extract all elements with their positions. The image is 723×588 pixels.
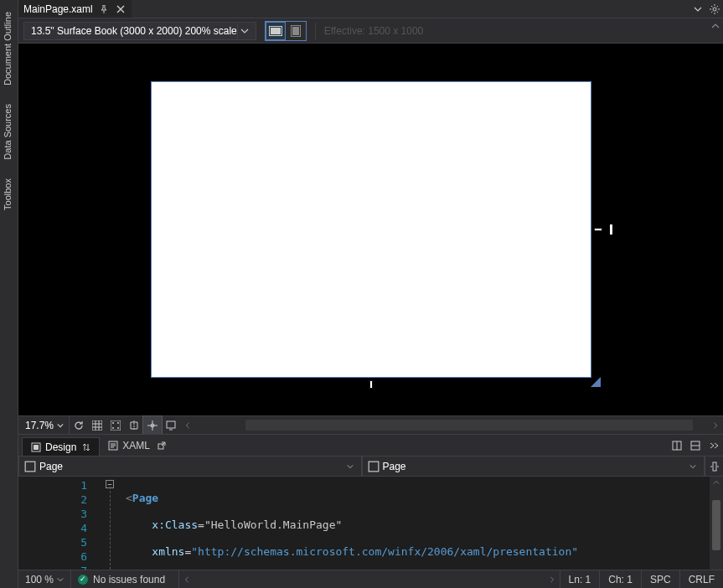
svg-rect-5 [92,420,102,431]
artboard-page[interactable] [152,82,591,377]
line-number: 6 [18,549,87,564]
element-icon [368,461,380,472]
breadcrumb-member-combo[interactable]: Page [362,456,705,476]
scroll-up-icon[interactable] [710,477,723,488]
svg-rect-6 [111,420,121,431]
split-editor-icon[interactable] [705,456,723,476]
snap-marker-right [610,224,612,235]
line-number: 2 [18,493,87,507]
resize-handle-right[interactable] [594,228,602,231]
panel-tab-data-sources[interactable]: Data Sources [0,97,18,167]
design-icon [31,442,41,452]
gear-icon[interactable] [706,0,723,18]
toolbar-separator [315,23,316,39]
split-vertical-icon[interactable] [668,435,686,456]
chevron-down-icon [685,463,700,470]
line-number: 3 [18,507,87,521]
resize-handle-bottom[interactable] [369,380,373,389]
scrollbar-thumb[interactable] [245,420,693,431]
editor-zoom-combo[interactable]: 100 % [18,570,71,588]
design-zoom-value: 17.7% [25,420,54,431]
scrollbar-thumb[interactable] [712,500,720,550]
svg-point-10 [117,427,119,429]
resolution-label: 13.5" Surface Book (3000 x 2000) 200% sc… [31,25,237,37]
xaml-icon [108,441,118,451]
svg-point-7 [112,422,114,424]
svg-rect-2 [271,28,281,34]
hscroll-left-icon[interactable] [180,416,195,434]
chevron-down-icon [237,23,252,39]
panel-tab-document-outline[interactable]: Document Outline [0,5,18,92]
editor-status-bar: 100 % ✓ No issues found Ln: 1 Ch: 1 SPC … [18,570,723,588]
tab-xaml[interactable]: XAML [100,435,174,456]
document-tab-title: MainPage.xaml [23,3,93,15]
design-zoom-combo[interactable]: 17.7% [18,416,70,434]
line-number: 1 [18,478,87,493]
tab-design[interactable]: Design [22,437,100,456]
svg-rect-12 [167,421,175,428]
scroll-left-icon[interactable] [179,576,194,583]
hscroll-right-icon[interactable] [708,416,723,434]
tab-design-label: Design [45,441,76,453]
svg-rect-14 [34,445,39,450]
chevron-down-icon [343,463,358,470]
svg-rect-20 [369,462,379,472]
breadcrumb-element-combo[interactable]: Page [18,456,362,476]
tab-xaml-label: XAML [122,440,150,451]
resolution-dropdown[interactable]: 13.5" Surface Book (3000 x 2000) 200% sc… [23,22,256,40]
resize-handle-corner[interactable] [591,377,601,387]
outlining-margin[interactable]: − [94,477,126,570]
check-icon: ✓ [78,575,88,585]
editor-vertical-scrollbar[interactable] [710,477,723,570]
line-number: 4 [18,521,87,535]
svg-point-0 [713,8,716,11]
xaml-breadcrumb-row: Page Page [18,456,723,476]
orientation-landscape-button[interactable] [266,23,285,39]
svg-point-8 [117,422,119,424]
device-preview-icon[interactable] [162,416,180,434]
line-ending-indicator[interactable]: CRLF [679,570,723,588]
svg-rect-21 [713,462,716,471]
design-canvas[interactable] [18,44,723,415]
grid-icon[interactable] [88,416,106,434]
line-number-gutter: 1 2 3 4 5 6 7 [18,477,94,570]
caret-line-indicator[interactable]: Ln: 1 [560,570,600,588]
split-view-tabbar: Design XAML [18,434,723,456]
caret-col-indicator[interactable]: Ch: 1 [599,570,641,588]
collapsed-panel-strip: Document Outline Data Sources Toolbox [0,0,18,588]
indent-mode-indicator[interactable]: SPC [641,570,679,588]
issues-text: No issues found [93,574,165,585]
snapline-icon[interactable] [125,416,143,434]
scroll-right-icon[interactable] [545,576,560,583]
svg-point-9 [112,427,114,429]
element-icon [24,461,36,472]
editor-horizontal-scrollbar[interactable] [179,570,559,588]
issues-indicator[interactable]: ✓ No issues found [71,570,179,588]
snap-grid-icon[interactable] [106,416,125,434]
snap-to-snaplines-icon[interactable] [143,416,162,434]
xaml-code-editor[interactable]: 1 2 3 4 5 6 7 − <Page x:Class="HelloWorl… [18,476,723,570]
code-content[interactable]: <Page x:Class="HelloWorld.MainPage" xmln… [126,477,710,570]
tab-overflow-icon[interactable] [689,0,706,18]
collapse-pane-icon[interactable] [705,435,723,456]
scroll-up-icon[interactable] [711,22,720,30]
design-horizontal-scrollbar[interactable] [195,416,708,434]
refresh-icon[interactable] [70,416,88,434]
popout-icon[interactable] [158,441,166,450]
effective-size-label: Effective: 1500 x 1000 [324,25,424,37]
design-view-bar: 17.7% [18,415,723,434]
close-icon[interactable] [115,3,127,15]
document-tab-strip: MainPage.xaml [18,0,723,18]
designer-toolbar: 13.5" Surface Book (3000 x 2000) 200% sc… [18,18,723,44]
orientation-portrait-button[interactable] [287,23,305,39]
line-number: 7 [18,564,87,570]
panel-tab-toolbox[interactable]: Toolbox [0,172,18,217]
document-tab-mainpage[interactable]: MainPage.xaml [18,0,132,18]
editor-column: MainPage.xaml 13.5" Surface Book (3000 x… [18,0,723,588]
split-horizontal-icon[interactable] [686,435,705,456]
swap-panes-icon[interactable] [82,443,90,451]
chevron-down-icon [57,576,64,583]
pushpin-icon[interactable] [98,3,110,15]
chevron-down-icon [57,422,64,429]
editor-zoom-value: 100 % [25,574,54,585]
